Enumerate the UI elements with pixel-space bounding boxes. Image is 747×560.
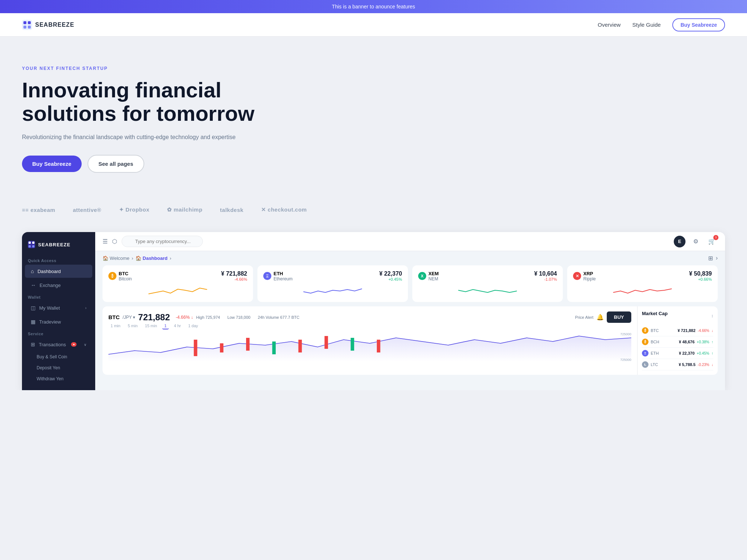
xem-change: -1.07% [534,277,557,281]
navbar-links: Overview Style Guide Buy Seabreeze [598,18,725,31]
market-row-ltc[interactable]: Ł LTC ¥ 5,788.5 -0.23% ↓ [642,359,713,370]
price-alert-icon[interactable]: 🔔 [597,314,604,321]
sidebar-item-transactions[interactable]: ⊞ Transactions ● ∨ [25,338,92,351]
coin-card-xem: X XEM NEM ¥ 10,604 -1.07% [412,265,563,302]
coin-ticker-row: ₿ BTC Bitcoin ¥ 721,882 -4.66% [95,265,725,306]
time-tabs: 1 min 5 min 15 min 1 4 hr 1 day [108,323,631,329]
nav-overview[interactable]: Overview [598,22,621,28]
search-wrapper: 🔍 [122,236,239,247]
sidebar-item-wallet[interactable]: ◫ My Wallet › [25,301,92,314]
sidebar-item-label: Tradeview [39,319,61,325]
search-input[interactable] [122,236,203,247]
sidebar-item-label: Transactions [39,342,66,347]
breadcrumb-dashboard: 🏠 Dashboard [135,255,168,261]
xem-mini-chart [418,284,557,297]
hero-subtitle: Revolutionizing the financial landscape … [22,132,256,142]
dashboard-main: ☰ ⬡ 🔍 E ⚙ 🛒 3 🏠 Welcome › 🏠 Dashboard [95,232,725,390]
logo-exabeam: ≡≡ exabeam [22,207,55,213]
tradeview-icon: ▦ [31,319,36,325]
partner-logos: ≡≡ exabeam attentive® ✦ Dropbox ✿ mailch… [0,195,747,225]
hero-label: YOUR NEXT FINTECH STARTUP [22,66,256,71]
svg-rect-6 [29,242,31,244]
announcement-banner: This is a banner to anounce features [0,0,747,13]
hero-secondary-button[interactable]: See all pages [88,155,144,173]
dashboard-sidebar: SEABREEZE Quick Access ⌂ Dashboard ↔ Exc… [22,232,95,390]
chart-pair: /JPY ▾ [123,315,135,320]
sidebar-item-label: Exchange [40,283,61,288]
svg-rect-7 [32,242,34,244]
sidebar-item-dashboard[interactable]: ⌂ Dashboard [25,265,92,278]
home-icon: ⌂ [31,268,34,274]
time-tab-15min[interactable]: 15 min [143,323,159,329]
svg-rect-1 [23,21,26,24]
xrp-mini-chart [573,284,712,297]
market-btc-change: -4.66% [698,329,709,333]
view-toggle: ⊞ › [708,255,718,262]
coin-card-eth: Ξ ETH Ethereum ¥ 22,370 +0.45% [257,265,408,302]
navbar-buy-button[interactable]: Buy Seabreeze [672,18,725,31]
xem-price: ¥ 10,604 [534,270,557,277]
btc-mini-chart [108,284,247,297]
hero-primary-button[interactable]: Buy Seabreeze [22,156,82,172]
svg-rect-8 [29,245,31,247]
cart-icon[interactable]: 🛒 3 [706,236,718,247]
market-btc-arrow: ↓ [711,329,713,333]
sidebar-item-tradeview[interactable]: ▦ Tradeview [25,315,92,328]
exchange-icon: ↔ [31,282,36,288]
sidebar-item-exchange[interactable]: ↔ Exchange [25,279,92,292]
xem-name: NEM [428,276,439,281]
btc-chart: BTC /JPY ▾ 721,882 -4.66% ↓ High 725,974… [103,306,637,375]
time-tab-1min[interactable]: 1 min [108,323,123,329]
coin-card-xrp: ✕ XRP Ripple ¥ 50,839 +0.66% [567,265,718,302]
navbar-logo[interactable]: SEABREEZE [22,20,74,30]
transactions-icon: ⊞ [31,341,35,347]
market-row-btc[interactable]: ₿ BTC ¥ 721,882 -4.66% ↓ [642,325,713,336]
settings-icon[interactable]: ⚙ [690,236,702,247]
market-row-bch[interactable]: ₿ BCH ¥ 48,676 +0.38% ↑ [642,336,713,348]
expand-icon[interactable]: ↕ [711,313,713,318]
chart-canvas: 725000 725000 [108,332,631,362]
breadcrumb: 🏠 Welcome › 🏠 Dashboard › [103,255,171,261]
chart-stats: High 725,974 Low 718,000 24h Volume 677.… [196,315,299,320]
market-bch-icon: ₿ [642,339,648,345]
logo-icon [22,20,32,30]
time-tab-4hr[interactable]: 4 hr [172,323,183,329]
xrp-price: ¥ 50,839 [689,270,712,277]
chevron-right-icon[interactable]: › [716,255,718,262]
sidebar-item-deposit[interactable]: Deposit Yen [22,362,95,373]
time-tab-1day[interactable]: 1 day [186,323,200,329]
logo-attentive: attentive® [73,207,101,213]
buy-button[interactable]: BUY [607,311,631,323]
sidebar-item-buy-sell[interactable]: Buy & Sell Coin [22,351,95,362]
svg-rect-2 [28,21,31,24]
market-cap-panel: Market Cap ↕ ₿ BTC ¥ 721,882 -4.66% ↓ ₿ … [637,306,718,375]
user-avatar[interactable]: E [674,236,685,247]
sidebar-item-withdraw[interactable]: Withdraw Yen [22,373,95,384]
market-eth-arrow: ↑ [711,351,713,355]
coin-card-btc: ₿ BTC Bitcoin ¥ 721,882 -4.66% [103,265,253,302]
time-tab-5min[interactable]: 5 min [126,323,140,329]
logo-dropbox: ✦ Dropbox [119,206,149,213]
chart-high: High 725,974 [196,315,220,320]
svg-rect-3 [23,26,26,29]
market-btc-icon: ₿ [642,327,648,334]
breadcrumb-welcome: 🏠 Welcome [103,255,130,261]
logo-talkdesk: talkdesk [220,207,244,213]
nav-style-guide[interactable]: Style Guide [632,22,661,28]
chart-header: BTC /JPY ▾ 721,882 -4.66% ↓ High 725,974… [108,311,631,323]
market-ltc-price: ¥ 5,788.5 [679,362,695,367]
time-tab-1[interactable]: 1 [162,323,169,329]
hero-buttons: Buy Seabreeze See all pages [22,155,256,173]
hero-section: YOUR NEXT FINTECH STARTUP Innovating fin… [0,37,278,195]
btc-change: -4.66% [221,277,247,281]
xem-symbol: XEM [428,271,439,276]
market-row-eth[interactable]: Ξ ETH ¥ 22,370 +0.45% ↑ [642,348,713,359]
transactions-badge: ● [71,342,77,347]
market-ltc-change: -0.23% [698,363,709,367]
grid-view-icon[interactable]: ⊞ [708,255,713,262]
sidebar-logo-icon [28,241,35,248]
menu-icon[interactable]: ☰ [103,238,108,245]
market-bch-arrow: ↑ [711,340,713,344]
btc-big-chart [108,332,631,362]
box-icon[interactable]: ⬡ [112,238,117,245]
